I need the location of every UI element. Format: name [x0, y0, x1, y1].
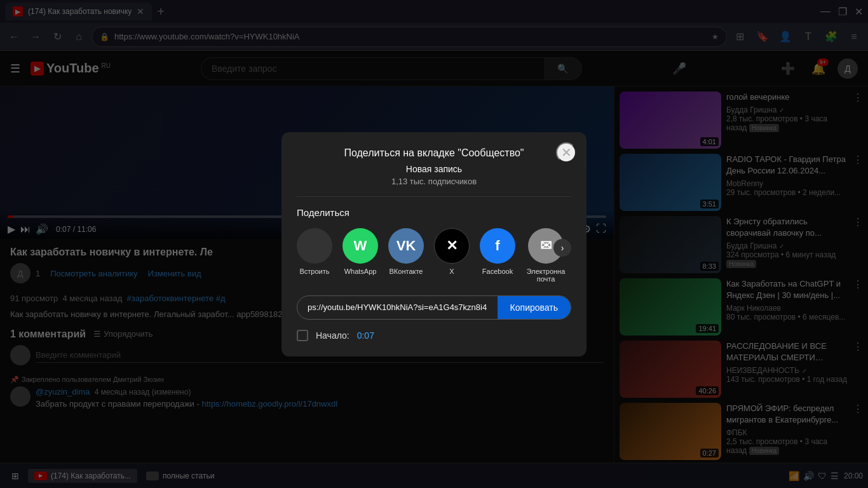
url-row: Копировать — [297, 295, 571, 320]
modal-subtitle: Новая запись — [297, 164, 571, 174]
share-label: Поделиться — [297, 207, 571, 218]
share-scroll-arrow[interactable]: › — [553, 239, 571, 257]
url-input[interactable] — [297, 296, 498, 318]
whatsapp-icon-label: WhatsApp — [344, 268, 377, 275]
modal-followers: 1,13 тыс. подписчиков — [297, 177, 571, 186]
x-icon-circle: ✕ — [434, 228, 470, 264]
x-icon-label: X — [449, 268, 454, 275]
modal-close-button[interactable]: ✕ — [556, 142, 576, 163]
share-icon-vk[interactable]: VK ВКонтакте — [388, 228, 424, 275]
whatsapp-icon-circle: W — [342, 228, 378, 264]
embed-icon-circle — [297, 228, 332, 264]
share-icon-x[interactable]: ✕ X — [434, 228, 470, 275]
share-icon-embed[interactable]: Встроить — [297, 228, 332, 275]
modal-title: Поделиться на вкладке "Сообщество" — [297, 147, 571, 159]
vk-icon-label: ВКонтакте — [390, 268, 423, 275]
share-icons-row: Встроить W WhatsApp VK ВКонтакте ✕ X f F… — [297, 228, 571, 283]
share-modal: ✕ Поделиться на вкладке "Сообщество" Нов… — [281, 132, 587, 356]
facebook-icon-label: Facebook — [482, 268, 513, 275]
facebook-icon-circle: f — [480, 228, 515, 264]
start-row: Начало: 0:07 — [297, 330, 571, 341]
start-label: Начало: — [316, 330, 349, 341]
start-checkbox[interactable] — [297, 330, 308, 341]
share-icon-whatsapp[interactable]: W WhatsApp — [342, 228, 378, 275]
copy-button[interactable]: Копировать — [498, 296, 571, 319]
embed-icon-label: Встроить — [299, 268, 329, 275]
share-icon-facebook[interactable]: f Facebook — [480, 228, 515, 275]
email-icon-label: Электронна почта — [526, 268, 566, 283]
modal-divider — [297, 196, 571, 197]
start-time: 0:07 — [357, 330, 374, 341]
vk-icon-circle: VK — [388, 228, 424, 264]
modal-overlay[interactable]: ✕ Поделиться на вкладке "Сообщество" Нов… — [0, 0, 868, 488]
